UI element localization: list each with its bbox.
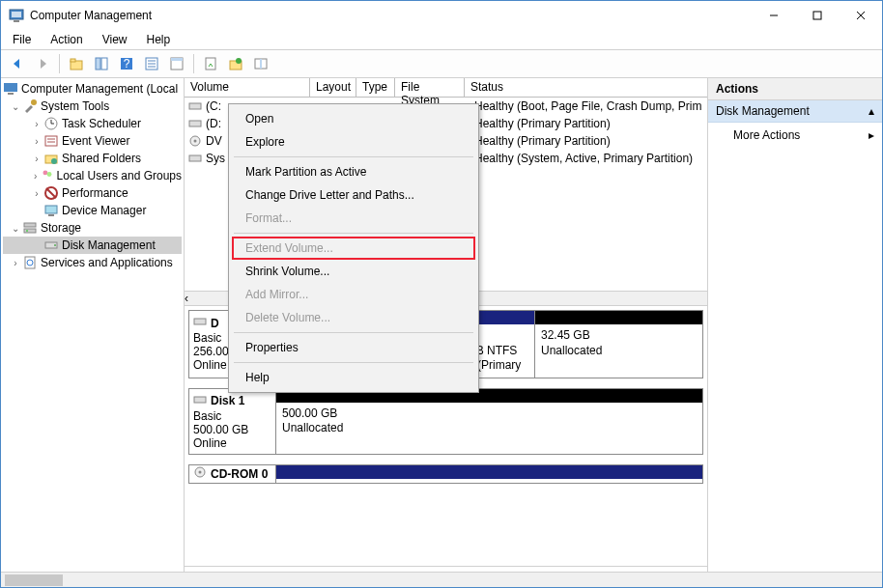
disc-icon: [188, 134, 202, 148]
context-menu: Open Explore Mark Partition as Active Ch…: [228, 103, 479, 393]
menu-help[interactable]: Help: [143, 31, 175, 48]
tree-label: Services and Applications: [41, 256, 173, 269]
tree-performance[interactable]: ›Performance: [3, 184, 182, 202]
volume-list-header: Volume Layout Type File System Status: [185, 78, 707, 98]
tree-task-scheduler[interactable]: ›Task Scheduler: [3, 115, 182, 132]
ctx-properties[interactable]: Properties: [232, 336, 475, 359]
menu-file[interactable]: File: [9, 31, 35, 48]
close-button[interactable]: [839, 1, 882, 30]
svg-text:?: ?: [124, 57, 130, 70]
tree-storage[interactable]: ⌄Storage: [3, 219, 182, 237]
chevron-right-icon[interactable]: ›: [30, 136, 43, 147]
part-status: Unallocated: [541, 344, 697, 359]
menu-view[interactable]: View: [99, 31, 131, 48]
partition[interactable]: [276, 465, 702, 483]
disk-1-label[interactable]: Disk 1 Basic 500.00 GB Online: [189, 389, 276, 454]
tree-system-tools[interactable]: ⌄ System Tools: [3, 98, 182, 115]
volume-status: Healthy (Primary Partition): [474, 134, 611, 148]
ctx-change-letter[interactable]: Change Drive Letter and Paths...: [232, 183, 475, 207]
tree-device-manager[interactable]: Device Manager: [3, 202, 182, 219]
ctx-mark-active[interactable]: Mark Partition as Active: [232, 160, 475, 183]
forward-button[interactable]: [32, 53, 53, 74]
disk-name: CD-ROM 0: [211, 467, 268, 481]
col-volume[interactable]: Volume: [185, 78, 310, 97]
back-button[interactable]: [7, 53, 28, 74]
ctx-shrink-volume[interactable]: Shrink Volume...: [232, 260, 475, 283]
tree-shared-folders[interactable]: ›Shared Folders: [3, 150, 182, 167]
svg-rect-53: [194, 319, 206, 324]
chevron-right-icon[interactable]: ›: [30, 171, 41, 182]
ctx-add-mirror: Add Mirror...: [232, 283, 475, 306]
tree-label: Device Manager: [62, 204, 146, 217]
titlebar[interactable]: Computer Management: [1, 1, 882, 30]
svg-rect-8: [71, 59, 75, 62]
chevron-right-icon[interactable]: ›: [30, 154, 43, 164]
col-layout[interactable]: Layout: [310, 78, 356, 97]
partition-unallocated[interactable]: 32.45 GBUnallocated: [535, 311, 702, 378]
actions-section[interactable]: Disk Management▴: [708, 100, 882, 123]
properties-button[interactable]: [166, 53, 187, 74]
ctx-separator: [234, 332, 473, 333]
tree-disk-management[interactable]: Disk Management: [3, 237, 182, 254]
settings-button[interactable]: [250, 53, 271, 74]
cdrom-label[interactable]: CD-ROM 0: [189, 465, 276, 483]
svg-rect-39: [45, 206, 57, 213]
ctx-explore[interactable]: Explore: [232, 130, 475, 154]
tree-scrollbar[interactable]: [1, 572, 185, 587]
actions-section-label: Disk Management: [716, 104, 810, 118]
disk-1-row[interactable]: Disk 1 Basic 500.00 GB Online 500.00 GBU…: [188, 388, 703, 455]
help-button[interactable]: ?: [116, 53, 137, 74]
refresh-button[interactable]: [200, 53, 221, 74]
tree-event-viewer[interactable]: ›Event Viewer: [3, 132, 182, 150]
disc-icon: [193, 465, 207, 482]
ctx-help[interactable]: Help: [232, 366, 475, 389]
perf-icon: [43, 185, 59, 201]
tree-label: Disk Management: [62, 238, 156, 252]
tree-services[interactable]: ›Services and Applications: [3, 254, 182, 271]
chevron-right-icon[interactable]: ›: [9, 258, 22, 268]
nav-tree[interactable]: Computer Management (Local ⌄ System Tool…: [1, 78, 185, 587]
disk-name: D: [211, 317, 219, 330]
tree-label: Local Users and Groups: [57, 169, 182, 182]
action-list-button[interactable]: [141, 53, 162, 74]
ctx-open[interactable]: Open: [232, 107, 475, 130]
tree-label: Computer Management (Local: [21, 82, 178, 96]
svg-rect-30: [45, 136, 57, 146]
partition-unallocated[interactable]: 500.00 GBUnallocated: [276, 389, 702, 454]
svg-rect-40: [48, 214, 54, 216]
tree-root[interactable]: Computer Management (Local: [3, 80, 182, 98]
ctx-format: Format...: [232, 207, 475, 230]
computer-icon: [3, 81, 18, 97]
up-button[interactable]: [66, 53, 87, 74]
event-icon: [43, 133, 59, 149]
tree-label: Performance: [62, 186, 128, 200]
minimize-button[interactable]: [752, 1, 795, 30]
part-size: 500.00 GB: [282, 406, 697, 422]
svg-rect-48: [189, 103, 201, 109]
tree-label: Shared Folders: [62, 152, 141, 165]
menu-action[interactable]: Action: [46, 31, 86, 48]
rescan-button[interactable]: [225, 53, 246, 74]
col-status[interactable]: Status: [465, 78, 707, 97]
tree-label: System Tools: [41, 99, 109, 113]
col-fs[interactable]: File System: [395, 78, 465, 97]
chevron-down-icon[interactable]: ⌄: [9, 101, 22, 112]
drive-icon: [188, 117, 202, 130]
disk-type: Basic: [193, 409, 271, 423]
svg-rect-41: [24, 223, 36, 227]
chevron-down-icon[interactable]: ⌄: [9, 223, 22, 234]
chevron-right-icon[interactable]: ›: [30, 188, 43, 199]
cdrom-row[interactable]: CD-ROM 0: [188, 464, 703, 484]
show-hide-tree-button[interactable]: [91, 53, 112, 74]
disk-state: Online: [193, 436, 271, 450]
disk-size: 500.00 GB: [193, 423, 271, 436]
maximize-button[interactable]: [795, 1, 839, 30]
chevron-right-icon[interactable]: ›: [30, 119, 43, 129]
col-type[interactable]: Type: [356, 78, 395, 97]
tools-icon: [22, 98, 38, 114]
actions-more[interactable]: More Actions▸: [708, 123, 882, 148]
ctx-separator: [234, 233, 473, 234]
collapse-icon[interactable]: ▴: [869, 104, 874, 118]
tree-local-users[interactable]: ›Local Users and Groups: [3, 167, 182, 184]
disk-icon: [43, 238, 59, 253]
